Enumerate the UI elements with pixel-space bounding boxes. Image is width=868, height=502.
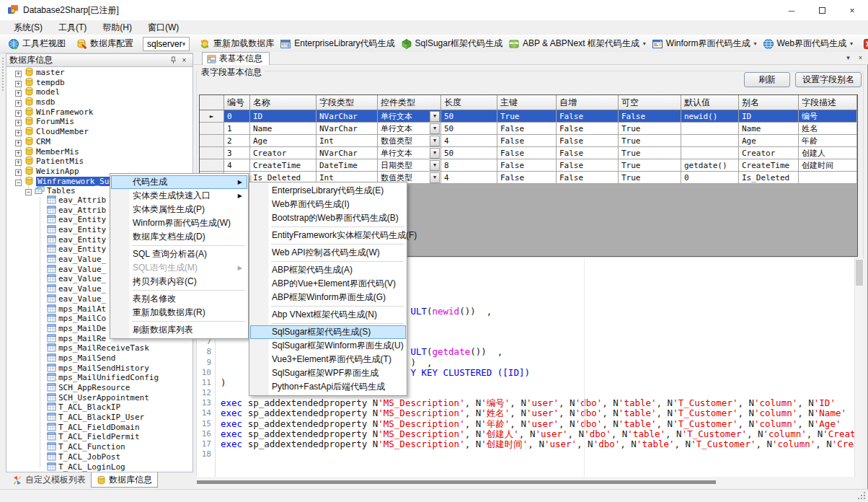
webui-codegen-button[interactable]: Web界面代码生成▾ <box>760 36 856 52</box>
exit-button[interactable]: 退出 <box>860 36 868 52</box>
grid-column-header[interactable]: 主键 <box>497 95 557 110</box>
tree-expander-icon[interactable]: + <box>15 140 22 146</box>
tree-expander-icon[interactable]: + <box>15 120 22 126</box>
grid-cell[interactable]: 0 <box>224 110 250 123</box>
combo-dropdown-icon[interactable]: ▼ <box>430 123 440 134</box>
grid-cell[interactable] <box>799 172 857 184</box>
grid-cell[interactable] <box>681 135 739 147</box>
grid-cell[interactable]: NVarChar <box>316 123 378 135</box>
tree-database-item[interactable]: +CRM <box>6 136 192 146</box>
context-menu-item[interactable]: 表别名修改 <box>111 292 247 306</box>
sqlsugar-codegen-button[interactable]: SqlSugar框架代码生成 <box>398 36 505 52</box>
grid-cell[interactable]: False <box>557 159 619 172</box>
grid-cell[interactable]: False <box>557 147 619 159</box>
grid-cell[interactable]: 50 <box>441 147 497 159</box>
grid-cell[interactable]: 数值类型▼ <box>378 135 441 147</box>
database-type-combobox[interactable]: sqlserver▾ <box>143 37 190 51</box>
tree-expander-icon[interactable]: + <box>15 81 22 87</box>
tree-expander-icon[interactable]: − <box>25 189 32 195</box>
tree-expander-icon[interactable]: + <box>15 71 22 77</box>
tree-expander-icon[interactable]: + <box>15 110 22 117</box>
set-field-alias-button[interactable]: 设置字段别名 <box>795 72 862 87</box>
combo-dropdown-icon[interactable]: ▼ <box>430 148 440 159</box>
context-menu-item[interactable]: SQL 查询分析器(A) <box>111 247 247 261</box>
grid-cell[interactable]: 4 <box>441 135 497 147</box>
grid-cell[interactable]: False <box>557 110 619 123</box>
grid-cell[interactable]: 4 <box>441 172 497 184</box>
tree-table-item[interactable]: mps_MailUnifiedConfig <box>6 373 192 383</box>
grid-cell[interactable]: True <box>619 159 681 172</box>
tree-table-item[interactable]: T_ACL_LoginLog <box>6 462 192 472</box>
context-menu-item[interactable]: 重新加载数据库(R) <box>111 306 247 320</box>
grid-column-header[interactable]: 长度 <box>441 95 497 110</box>
horizontal-scrollbar-thumb[interactable] <box>197 480 716 484</box>
tree-table-item[interactable]: T_ACL_JobPost <box>6 452 192 462</box>
grid-cell[interactable]: False <box>497 135 557 147</box>
grid-cell[interactable]: Is_Deleted <box>739 172 799 184</box>
grid-cell[interactable]: Int <box>316 135 378 147</box>
tree-expander-icon[interactable]: + <box>15 159 22 166</box>
grid-cell[interactable]: 4 <box>224 159 250 172</box>
grid-cell[interactable]: Name <box>739 123 799 135</box>
grid-cell[interactable]: False <box>497 159 557 172</box>
grid-column-header[interactable]: 字段类型 <box>316 95 378 110</box>
tree-table-item[interactable]: mps_MailSendHistory <box>6 364 192 374</box>
grid-column-header[interactable]: 自增 <box>557 95 619 110</box>
grid-cell[interactable]: False <box>619 110 681 123</box>
minimize-button[interactable]: ─ <box>776 1 807 20</box>
tree-expander-icon[interactable]: + <box>15 130 22 136</box>
menubar-item[interactable]: 系统(S) <box>6 20 50 35</box>
grid-cell[interactable]: 50 <box>441 123 497 135</box>
grid-cell[interactable]: 创建时间 <box>799 159 857 172</box>
row-selector-cell[interactable] <box>200 147 224 159</box>
grid-cell[interactable]: 姓名 <box>799 123 857 135</box>
grid-cell[interactable]: False <box>497 123 557 135</box>
combo-dropdown-icon[interactable]: ▼ <box>430 172 440 183</box>
editor-vertical-scrollbar[interactable] <box>854 258 864 477</box>
menubar-item[interactable]: 窗口(W) <box>140 20 187 35</box>
context-menu-item[interactable]: Winform界面代码生成(W) <box>111 216 247 230</box>
grid-cell[interactable]: False <box>557 135 619 147</box>
winform-codegen-button[interactable]: Winform界面代码生成▾ <box>649 36 760 52</box>
submenu-item[interactable]: Web API控制器代码生成(W) <box>250 246 406 260</box>
table-row[interactable]: 4CreateTimeDateTime日期类型▼8FalseFalseTrueg… <box>200 159 857 172</box>
grid-cell[interactable]: newid() <box>681 110 739 123</box>
grid-cell[interactable]: 3 <box>224 147 250 159</box>
submenu-item[interactable]: SqlSugar框架WPF界面生成 <box>250 366 406 380</box>
submenu-item[interactable]: SqlSugar框架Winform界面生成(U) <box>250 339 406 353</box>
context-menu-item[interactable]: 拷贝列表内容(C) <box>111 275 247 289</box>
resize-grip[interactable] <box>864 498 865 499</box>
grid-cell[interactable]: 编号 <box>799 110 857 123</box>
grid-cell[interactable]: False <box>557 123 619 135</box>
grid-cell[interactable]: Age <box>250 135 316 147</box>
sidebar-tab-database-info[interactable]: 数据库信息 <box>91 472 158 488</box>
grid-cell[interactable]: getdate() <box>681 159 739 172</box>
grid-column-header[interactable]: 名称 <box>250 95 316 110</box>
grid-cell[interactable]: ID <box>250 110 316 123</box>
tree-table-item[interactable]: T_ACL_FieldDomain <box>6 423 192 433</box>
grid-cell[interactable]: 1 <box>224 123 250 135</box>
tree-database-item[interactable]: +CloudMember <box>6 126 192 136</box>
grid-cell[interactable]: 年龄 <box>799 135 857 147</box>
enterpriselibrary-codegen-button[interactable]: EnterpriseLibrary代码生成 <box>277 36 397 52</box>
combo-dropdown-icon[interactable]: ▼ <box>430 136 440 146</box>
tree-expander-icon[interactable]: + <box>15 90 22 97</box>
context-menu-item[interactable]: 数据库文档生成(D) <box>111 230 247 244</box>
pin-icon[interactable] <box>168 56 179 64</box>
abp-codegen-button[interactable]: ABP & ABPNext 框架代码生成▾ <box>505 36 649 52</box>
grid-cell[interactable]: True <box>619 147 681 159</box>
menubar-item[interactable]: 工具(T) <box>50 20 94 35</box>
menubar-item[interactable]: 帮助(H) <box>94 20 140 35</box>
context-menu-item[interactable]: 刷新数据库列表 <box>111 323 247 337</box>
grid-cell[interactable]: True <box>619 172 681 184</box>
grid-cell[interactable]: CreateTime <box>739 159 799 172</box>
combo-dropdown-icon[interactable]: ▼ <box>430 111 440 122</box>
reload-database-button[interactable]: 重新加载数据库 <box>196 36 277 52</box>
tab-table-info[interactable]: 表基本信息 <box>202 52 270 65</box>
submenu-item[interactable]: SqlSugar框架代码生成(S) <box>250 325 406 339</box>
tree-table-item[interactable]: mps_MailSend <box>6 353 192 364</box>
grid-cell[interactable]: 0 <box>681 172 739 184</box>
submenu-item[interactable]: EntityFramework实体框架代码生成(F) <box>250 229 406 242</box>
row-selector-cell[interactable] <box>200 159 224 172</box>
tree-database-item[interactable]: +model <box>6 87 192 97</box>
